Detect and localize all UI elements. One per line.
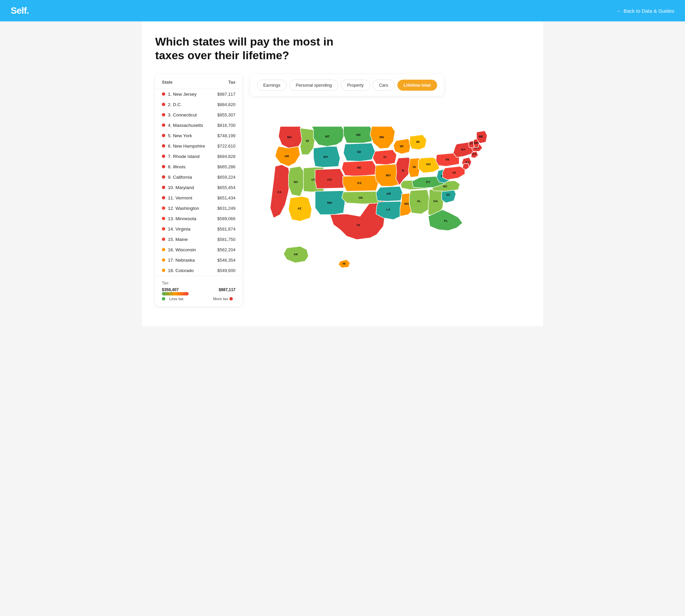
state-wa[interactable] xyxy=(279,126,304,148)
state-sd[interactable] xyxy=(343,143,375,161)
state-ak[interactable] xyxy=(283,246,309,263)
sidebar-item[interactable]: 17. Nebraska $546,354 xyxy=(155,255,242,265)
state-mt[interactable] xyxy=(312,126,345,146)
less-tax-label: Less tax xyxy=(169,297,184,301)
state-name: 14. Virginia xyxy=(168,226,218,232)
state-name: 11. Vermont xyxy=(168,195,218,200)
state-ne[interactable] xyxy=(342,161,376,176)
sidebar-item[interactable]: 3. Connecticut $855,307 xyxy=(155,110,242,120)
sidebar-item[interactable]: 11. Vermont $651,434 xyxy=(155,193,242,203)
sidebar: State Tax 1. New Jersey $987,117 2. D.C.… xyxy=(155,74,242,306)
sidebar-item[interactable]: 15. Maine $581,750 xyxy=(155,234,242,245)
state-ca[interactable] xyxy=(270,164,290,218)
tax-value: $549,600 xyxy=(218,268,235,273)
less-tax-dot xyxy=(162,297,165,301)
sidebar-item[interactable]: 14. Virginia $581,874 xyxy=(155,224,242,234)
tab-cars[interactable]: Cars xyxy=(372,80,394,91)
state-name: 10. Maryland xyxy=(168,185,218,190)
tax-value: $816,700 xyxy=(218,123,235,128)
state-name: 9. California xyxy=(168,175,218,180)
state-wy[interactable] xyxy=(313,146,340,167)
tax-value: $562,204 xyxy=(218,247,235,252)
rank-dot xyxy=(162,248,165,251)
legend: Tax: $358,407 $987,117 Less tax More tax xyxy=(155,276,242,306)
state-hi[interactable] xyxy=(339,259,350,268)
state-az[interactable] xyxy=(289,196,312,221)
state-al[interactable] xyxy=(409,190,430,214)
sidebar-item[interactable]: 13. Minnesota $589,066 xyxy=(155,214,242,224)
sidebar-item[interactable]: 8. Illinois $665,286 xyxy=(155,161,242,172)
rank-dot xyxy=(162,113,165,116)
tax-value: $884,820 xyxy=(218,102,235,107)
tax-value: $987,117 xyxy=(218,92,235,97)
tax-value: $546,354 xyxy=(218,258,235,263)
sidebar-item[interactable]: 1. New Jersey $987,117 xyxy=(155,89,242,100)
sidebar-item[interactable]: 16. Wisconsin $562,204 xyxy=(155,245,242,255)
state-name: 6. New Hampshire xyxy=(168,144,218,149)
state-nm[interactable] xyxy=(315,191,345,215)
state-or[interactable] xyxy=(275,146,300,166)
state-name: 1. New Jersey xyxy=(168,92,218,97)
sidebar-item[interactable]: 12. Washington $631,249 xyxy=(155,203,242,214)
state-md-de[interactable] xyxy=(462,163,469,170)
state-name: 16. Wisconsin xyxy=(168,247,218,252)
state-co[interactable] xyxy=(315,169,345,189)
tab-property[interactable]: Property xyxy=(341,80,370,91)
state-id[interactable] xyxy=(300,128,315,155)
sidebar-item[interactable]: 2. D.C. $884,820 xyxy=(155,100,242,110)
state-ks[interactable] xyxy=(343,175,378,191)
state-name: 18. Colorado xyxy=(168,268,218,273)
tax-value: $722,610 xyxy=(218,144,235,149)
state-va[interactable] xyxy=(442,166,465,180)
rank-dot xyxy=(162,196,165,199)
col-state-header: State xyxy=(162,80,173,85)
rank-dot xyxy=(162,175,165,179)
tab-personal_spending[interactable]: Personal spending xyxy=(289,80,338,91)
map-container: WA OR CA ID NV AZ xyxy=(250,102,530,283)
rank-dot xyxy=(162,238,165,241)
sidebar-item[interactable]: 18. Colorado $549,600 xyxy=(155,265,242,276)
state-nv[interactable] xyxy=(289,166,305,196)
sidebar-header: State Tax xyxy=(155,80,242,89)
rank-dot xyxy=(162,269,165,272)
tab-lifetime_total[interactable]: Lifetime total xyxy=(397,80,437,91)
state-wi[interactable] xyxy=(393,138,411,154)
back-label: Back to Data & Guides xyxy=(623,8,674,14)
state-nd[interactable] xyxy=(343,126,373,143)
col-tax-header: Tax xyxy=(228,80,235,85)
tax-value: $684,828 xyxy=(218,154,235,159)
tax-value: $581,874 xyxy=(218,226,235,232)
us-map: WA OR CA ID NV AZ xyxy=(257,108,523,275)
more-tax-label: More tax xyxy=(213,297,228,301)
page-title: Which states will pay the most in taxes … xyxy=(155,35,356,62)
sidebar-item[interactable]: 10. Maryland $655,454 xyxy=(155,182,242,193)
state-ct[interactable] xyxy=(471,151,478,158)
back-link[interactable]: ← Back to Data & Guides xyxy=(616,8,674,14)
state-mn[interactable] xyxy=(370,126,395,149)
rank-dot xyxy=(162,227,165,230)
sidebar-item[interactable]: 6. New Hampshire $722,610 xyxy=(155,141,242,151)
sidebar-item[interactable]: 5. New York $748,199 xyxy=(155,131,242,141)
state-ia[interactable] xyxy=(372,150,397,164)
rank-dot xyxy=(162,103,165,106)
sidebar-item[interactable]: 9. California $659,224 xyxy=(155,172,242,182)
state-name: 7. Rhode Island xyxy=(168,154,218,159)
rank-dot xyxy=(162,165,165,168)
sidebar-item[interactable]: 7. Rhode Island $684,828 xyxy=(155,151,242,161)
state-ok[interactable] xyxy=(342,191,382,204)
legend-minmax: $358,407 $987,117 xyxy=(162,287,235,292)
rank-dot xyxy=(162,258,165,262)
state-mi[interactable] xyxy=(409,134,427,150)
state-ar[interactable] xyxy=(376,186,403,201)
more-tax-item: More tax xyxy=(213,297,235,301)
legend-dot-row: Less tax More tax xyxy=(162,297,235,301)
rank-dot xyxy=(162,206,165,210)
state-name: 5. New York xyxy=(168,133,218,138)
tax-value: $748,199 xyxy=(218,133,235,138)
tax-value: $655,454 xyxy=(218,185,235,190)
map-area: EarningsPersonal spendingPropertyCarsLif… xyxy=(250,74,530,306)
tab-earnings[interactable]: Earnings xyxy=(257,80,287,91)
rank-dot xyxy=(162,155,165,158)
sidebar-item[interactable]: 4. Massachusetts $816,700 xyxy=(155,120,242,131)
rank-dot xyxy=(162,144,165,148)
